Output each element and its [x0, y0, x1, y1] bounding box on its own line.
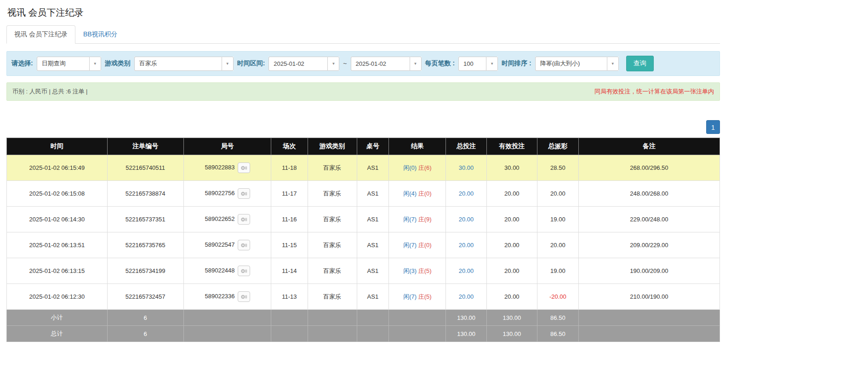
round-replay-button[interactable]: [238, 162, 250, 173]
cell-game: 百家乐: [308, 207, 357, 232]
cell-total-bet: 20.00: [446, 284, 486, 310]
cell-session: 11-14: [271, 258, 308, 284]
cell-table-no: AS1: [357, 155, 389, 181]
cell-valid-bet: 20.00: [486, 181, 537, 207]
cell-result: 闲(7) 庄(5): [389, 284, 446, 310]
cell-note: 210.00/190.00: [578, 284, 720, 310]
cell-time: 2025-01-02 06:13:51: [7, 232, 108, 258]
cell-total-bet: 20.00: [446, 232, 486, 258]
round-replay-button[interactable]: [238, 291, 250, 302]
result-player: 闲(7): [403, 293, 417, 300]
cell-round: 589022448: [183, 258, 271, 284]
cell-empty: [578, 326, 720, 342]
total-bet-link[interactable]: 20.00: [459, 267, 474, 274]
round-replay-button[interactable]: [238, 266, 250, 276]
total-bet-link[interactable]: 20.00: [459, 190, 474, 197]
sort-select[interactable]: 降幂(由大到小) ▼: [535, 57, 619, 71]
search-button[interactable]: 查询: [626, 56, 654, 71]
header-total-bet: 总投注: [446, 138, 486, 155]
cell-round: 589022883: [183, 155, 271, 181]
round-replay-button[interactable]: [238, 188, 250, 199]
cell-empty: [578, 310, 720, 326]
cell-note: 248.00/268.00: [578, 181, 720, 207]
header-table-no: 桌号: [357, 138, 389, 155]
cell-total-bet: 30.00: [446, 155, 486, 181]
round-id: 589022756: [205, 190, 234, 197]
table-row: 2025-01-02 06:14:30 522165737351 5890226…: [7, 207, 720, 232]
round-id: 589022883: [205, 164, 234, 171]
cell-session: 11-16: [271, 207, 308, 232]
cell-empty: [389, 310, 446, 326]
page-size-value: 100: [458, 57, 486, 71]
result-banker: 庄(6): [418, 164, 432, 171]
cell-table-no: AS1: [357, 181, 389, 207]
cell-note: 190.00/209.00: [578, 258, 720, 284]
result-banker: 庄(9): [418, 216, 432, 223]
header-note: 备注: [578, 138, 720, 155]
chevron-down-icon[interactable]: ▼: [607, 57, 619, 71]
header-session: 场次: [271, 138, 308, 155]
date-to-select[interactable]: 2025-01-02 ▼: [351, 57, 422, 71]
cell-note: 268.00/296.50: [578, 155, 720, 181]
tab-bar: 视讯 会员下注纪录 BB视讯积分: [6, 25, 720, 44]
total-bet-link[interactable]: 20.00: [459, 242, 474, 249]
cell-valid-bet: 20.00: [486, 232, 537, 258]
chevron-down-icon[interactable]: ▼: [222, 57, 234, 71]
round-replay-button[interactable]: [238, 214, 250, 225]
cell-session: 11-15: [271, 232, 308, 258]
pagination: 1: [6, 120, 720, 134]
subtotal-row: 小计 6 130.00 130.00 86.50: [7, 310, 720, 326]
cell-table-no: AS1: [357, 258, 389, 284]
total-label: 总计: [7, 326, 108, 342]
total-bet-link[interactable]: 20.00: [459, 293, 474, 300]
total-payout: 86.50: [537, 326, 578, 342]
cell-table-no: AS1: [357, 232, 389, 258]
page-size-label: 每页笔数 :: [425, 59, 455, 68]
tab-betting-records[interactable]: 视讯 会员下注纪录: [6, 25, 75, 44]
header-valid-bet: 有效投注: [486, 138, 537, 155]
cell-bet-id: 522165737351: [107, 207, 183, 232]
cell-note: 229.00/248.00: [578, 207, 720, 232]
cell-result: 闲(3) 庄(5): [389, 258, 446, 284]
cell-table-no: AS1: [357, 284, 389, 310]
query-type-value: 日期查询: [37, 57, 89, 71]
query-type-select[interactable]: 日期查询 ▼: [37, 57, 101, 71]
result-banker: 庄(0): [418, 190, 432, 197]
cell-empty: [308, 326, 357, 342]
chevron-down-icon[interactable]: ▼: [327, 57, 339, 71]
total-row: 总计 6 130.00 130.00 86.50: [7, 326, 720, 342]
cell-bet-id: 522165732457: [107, 284, 183, 310]
subtotal-count: 6: [107, 310, 183, 326]
date-to-value: 2025-01-02: [351, 57, 410, 71]
result-player: 闲(4): [403, 190, 417, 197]
cell-payout: -20.00: [537, 284, 578, 310]
cell-result: 闲(4) 庄(0): [389, 181, 446, 207]
chevron-down-icon[interactable]: ▼: [410, 57, 422, 71]
cell-total-bet: 20.00: [446, 207, 486, 232]
chevron-down-icon[interactable]: ▼: [89, 57, 101, 71]
summary-bar: 币别 : 人民币 | 总共 :6 注单 | 同局有效投注，统一计算在该局第一张注…: [6, 82, 720, 101]
cell-empty: [357, 310, 389, 326]
cell-result: 闲(0) 庄(6): [389, 155, 446, 181]
game-type-select[interactable]: 百家乐 ▼: [134, 57, 234, 71]
header-round: 局号: [183, 138, 271, 155]
header-bet-id: 注单编号: [107, 138, 183, 155]
cell-time: 2025-01-02 06:14:30: [7, 207, 108, 232]
sort-label: 时间排序 :: [502, 59, 531, 68]
date-from-value: 2025-01-02: [268, 57, 327, 71]
total-bet-link[interactable]: 20.00: [459, 216, 474, 223]
cell-bet-id: 522165738874: [107, 181, 183, 207]
date-from-select[interactable]: 2025-01-02 ▼: [268, 57, 339, 71]
round-replay-button[interactable]: [238, 240, 250, 250]
chevron-down-icon[interactable]: ▼: [486, 57, 498, 71]
page-1-button[interactable]: 1: [706, 120, 720, 134]
cell-valid-bet: 20.00: [486, 207, 537, 232]
page-size-select[interactable]: 100 ▼: [458, 57, 498, 71]
total-bet-link[interactable]: 30.00: [459, 164, 474, 171]
header-game: 游戏类别: [308, 138, 357, 155]
round-id: 589022336: [205, 293, 234, 300]
cell-empty: [308, 310, 357, 326]
cell-empty: [271, 310, 308, 326]
game-type-label: 游戏类别: [105, 59, 131, 68]
tab-bb-points[interactable]: BB视讯积分: [75, 25, 126, 44]
